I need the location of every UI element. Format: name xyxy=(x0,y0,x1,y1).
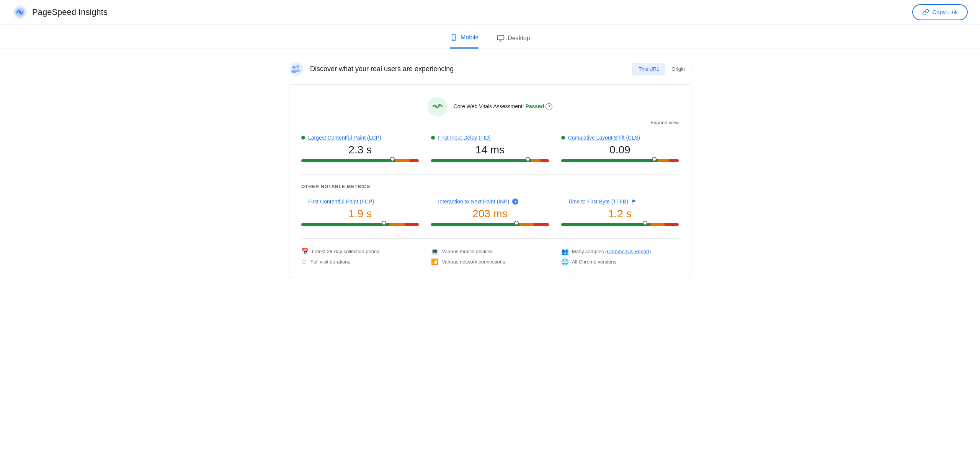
bar-green-fid xyxy=(431,159,531,162)
svg-point-10 xyxy=(295,69,301,72)
metric-label-lcp[interactable]: Largest Contentful Paint (LCP) xyxy=(301,135,419,141)
metric-dot-lcp xyxy=(301,136,305,140)
needle-ttfb xyxy=(643,221,647,225)
footer-item: ⏱ Full visit durations xyxy=(301,258,419,265)
bar-red-inp xyxy=(534,223,549,226)
bar-red-lcp xyxy=(410,159,419,162)
footer-text: All Chrome versions xyxy=(572,259,616,265)
metric-dot-inp xyxy=(431,200,435,203)
metric-value-inp: 203 ms xyxy=(431,208,549,220)
footer-icon: ⏱ xyxy=(301,259,307,265)
tab-desktop-label: Desktop xyxy=(508,35,530,42)
bar-green-lcp xyxy=(301,159,395,162)
metric-label-fcp[interactable]: First Contentful Paint (FCP) xyxy=(301,198,419,205)
footer-icon: 💻 xyxy=(431,248,439,255)
svg-point-2 xyxy=(19,11,21,13)
footer-text: Various mobile devices xyxy=(442,249,493,254)
footer-icon: 🌐 xyxy=(561,258,569,265)
metric-name-lcp: Largest Contentful Paint (LCP) xyxy=(308,135,381,141)
footer-item: 🌐 All Chrome versions xyxy=(561,258,679,265)
section-title: Discover what your real users are experi… xyxy=(310,65,454,73)
needle-cls xyxy=(652,157,657,161)
cwv-label: Core Web Vitals Assessment: xyxy=(454,103,524,109)
section-header: Discover what your real users are experi… xyxy=(289,61,691,76)
tab-mobile[interactable]: Mobile xyxy=(450,34,479,49)
flag-icon: ⚑ xyxy=(631,198,636,205)
bar-red-ttfb xyxy=(665,223,679,226)
origin-button[interactable]: Origin xyxy=(665,63,691,75)
bar-orange-cls xyxy=(658,159,670,162)
bar-orange-fcp xyxy=(389,223,405,226)
metric-label-ttfb[interactable]: Time to First Byte (TTFB) ⚑ xyxy=(561,198,679,205)
cwv-status: Passed xyxy=(525,103,544,109)
footer-icon: 📶 xyxy=(431,258,439,265)
progress-bar-ttfb xyxy=(561,223,679,226)
metric-name-inp: Interaction to Next Paint (INP) xyxy=(438,198,509,205)
metric-name-ttfb: Time to First Byte (TTFB) xyxy=(568,198,628,205)
svg-point-7 xyxy=(292,66,296,69)
metric-label-inp[interactable]: Interaction to Next Paint (INP) i xyxy=(431,198,549,205)
metric-fid: First Input Delay (FID) 14 ms xyxy=(431,135,549,162)
cwv-header: Core Web Vitals Assessment: Passed ? xyxy=(301,97,679,117)
needle-fid xyxy=(526,157,530,161)
svg-point-13 xyxy=(438,104,440,106)
link-icon xyxy=(922,9,929,16)
bar-green-ttfb xyxy=(561,223,651,226)
svg-point-6 xyxy=(289,62,303,76)
footer-item: 💻 Various mobile devices xyxy=(431,248,549,255)
chrome-ux-link[interactable]: Chrome UX Report xyxy=(607,249,649,254)
footer-icon: 👥 xyxy=(561,248,569,255)
progress-bar-fid xyxy=(431,159,549,162)
other-metrics-grid: First Contentful Paint (FCP) 1.9 s Inter… xyxy=(301,198,679,226)
this-url-button[interactable]: This URL xyxy=(632,63,665,75)
metric-fcp: First Contentful Paint (FCP) 1.9 s xyxy=(301,198,419,226)
metric-inp: Interaction to Next Paint (INP) i 203 ms xyxy=(431,198,549,226)
main-card: Core Web Vitals Assessment: Passed ? Exp… xyxy=(289,84,691,278)
bar-orange-lcp xyxy=(395,159,410,162)
footer-info: 📅 Latest 28-day collection period 💻 Vari… xyxy=(301,238,679,265)
progress-bar-inp xyxy=(431,223,549,226)
metric-name-fid: First Input Delay (FID) xyxy=(438,135,491,141)
users-icon xyxy=(289,61,304,76)
app-title: PageSpeed Insights xyxy=(32,7,108,17)
cwv-help-icon[interactable]: ? xyxy=(546,103,552,110)
cwv-assessment: Core Web Vitals Assessment: Passed ? xyxy=(454,103,553,110)
footer-text: Full visit durations xyxy=(310,259,350,265)
metric-cls: Cumulative Layout Shift (CLS) 0.09 xyxy=(561,135,679,162)
metric-dot-ttfb xyxy=(561,200,565,203)
metric-value-ttfb: 1.2 s xyxy=(561,208,679,220)
expand-view[interactable]: Expand view xyxy=(301,120,679,125)
metric-value-fcp: 1.9 s xyxy=(301,208,419,220)
metric-name-cls: Cumulative Layout Shift (CLS) xyxy=(568,135,640,141)
bar-red-cls xyxy=(669,159,679,162)
copy-link-button[interactable]: Copy Link xyxy=(912,4,968,20)
progress-bar-lcp xyxy=(301,159,419,162)
mobile-icon xyxy=(450,34,457,41)
metric-name-fcp: First Contentful Paint (FCP) xyxy=(308,198,374,205)
metric-dot-fcp xyxy=(301,200,305,203)
progress-bar-cls xyxy=(561,159,679,162)
progress-bar-fcp xyxy=(301,223,419,226)
metric-dot-fid xyxy=(431,136,435,140)
tab-desktop[interactable]: Desktop xyxy=(497,34,530,49)
pagespeed-logo xyxy=(12,5,28,20)
metric-dot-cls xyxy=(561,136,565,140)
footer-item: 📅 Latest 28-day collection period xyxy=(301,248,419,255)
copy-link-label: Copy Link xyxy=(932,9,958,15)
header: PageSpeed Insights Copy Link xyxy=(0,0,980,24)
metric-label-fid[interactable]: First Input Delay (FID) xyxy=(431,135,549,141)
url-toggle: This URL Origin xyxy=(632,63,691,75)
tab-mobile-label: Mobile xyxy=(461,34,479,41)
bar-red-fcp xyxy=(405,223,419,226)
footer-item: 📶 Various network connections xyxy=(431,258,549,265)
svg-point-12 xyxy=(435,106,437,107)
svg-point-4 xyxy=(453,39,454,40)
info-icon[interactable]: i xyxy=(512,198,518,205)
svg-rect-5 xyxy=(498,35,504,40)
metric-value-fid: 14 ms xyxy=(431,144,549,156)
metric-ttfb: Time to First Byte (TTFB) ⚑ 1.2 s xyxy=(561,198,679,226)
metric-label-cls[interactable]: Cumulative Layout Shift (CLS) xyxy=(561,135,679,141)
section-header-left: Discover what your real users are experi… xyxy=(289,61,454,76)
metric-lcp: Largest Contentful Paint (LCP) 2.3 s xyxy=(301,135,419,162)
footer-text: Latest 28-day collection period xyxy=(312,249,379,254)
